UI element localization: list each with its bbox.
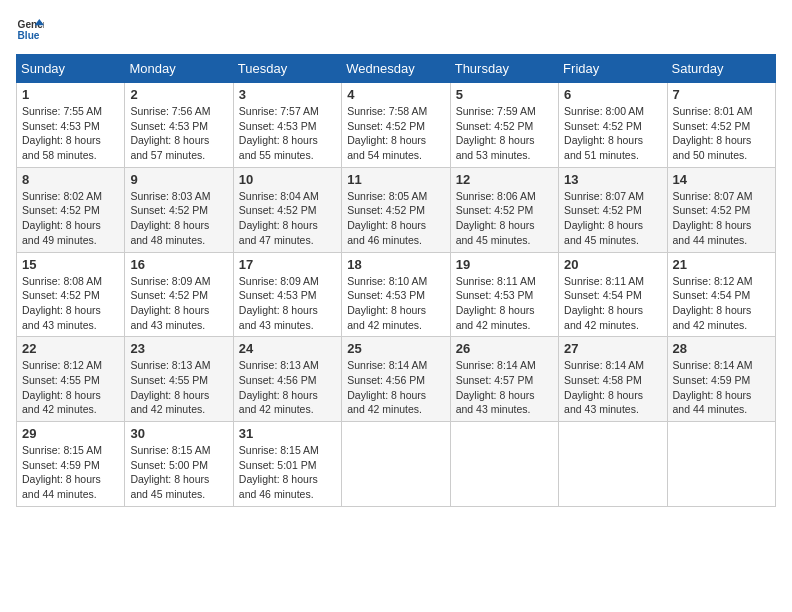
daylight-label: Daylight: 8 hours and 53 minutes. [456, 134, 535, 161]
sunrise-label: Sunrise: 8:14 AM [347, 359, 427, 371]
sunset-label: Sunset: 4:55 PM [22, 374, 100, 386]
col-header-friday: Friday [559, 55, 667, 83]
calendar-cell: 16 Sunrise: 8:09 AM Sunset: 4:52 PM Dayl… [125, 252, 233, 337]
day-info: Sunrise: 8:13 AM Sunset: 4:56 PM Dayligh… [239, 358, 336, 417]
sunrise-label: Sunrise: 8:12 AM [22, 359, 102, 371]
day-info: Sunrise: 7:59 AM Sunset: 4:52 PM Dayligh… [456, 104, 553, 163]
calendar-cell: 6 Sunrise: 8:00 AM Sunset: 4:52 PM Dayli… [559, 83, 667, 168]
sunset-label: Sunset: 4:53 PM [22, 120, 100, 132]
daylight-label: Daylight: 8 hours and 51 minutes. [564, 134, 643, 161]
sunrise-label: Sunrise: 8:11 AM [564, 275, 644, 287]
day-info: Sunrise: 8:12 AM Sunset: 4:54 PM Dayligh… [673, 274, 770, 333]
calendar-cell [559, 422, 667, 507]
sunset-label: Sunset: 4:59 PM [673, 374, 751, 386]
day-info: Sunrise: 8:11 AM Sunset: 4:54 PM Dayligh… [564, 274, 661, 333]
sunrise-label: Sunrise: 8:01 AM [673, 105, 753, 117]
sunset-label: Sunset: 4:53 PM [130, 120, 208, 132]
sunrise-label: Sunrise: 8:07 AM [564, 190, 644, 202]
col-header-monday: Monday [125, 55, 233, 83]
day-number: 16 [130, 257, 227, 272]
col-header-saturday: Saturday [667, 55, 775, 83]
day-info: Sunrise: 8:11 AM Sunset: 4:53 PM Dayligh… [456, 274, 553, 333]
day-number: 30 [130, 426, 227, 441]
sunrise-label: Sunrise: 8:13 AM [130, 359, 210, 371]
day-number: 7 [673, 87, 770, 102]
sunset-label: Sunset: 4:52 PM [456, 204, 534, 216]
day-number: 20 [564, 257, 661, 272]
daylight-label: Daylight: 8 hours and 42 minutes. [347, 389, 426, 416]
day-info: Sunrise: 8:12 AM Sunset: 4:55 PM Dayligh… [22, 358, 119, 417]
calendar-cell: 24 Sunrise: 8:13 AM Sunset: 4:56 PM Dayl… [233, 337, 341, 422]
daylight-label: Daylight: 8 hours and 42 minutes. [239, 389, 318, 416]
sunrise-label: Sunrise: 8:14 AM [564, 359, 644, 371]
day-info: Sunrise: 7:58 AM Sunset: 4:52 PM Dayligh… [347, 104, 444, 163]
sunrise-label: Sunrise: 8:08 AM [22, 275, 102, 287]
day-number: 17 [239, 257, 336, 272]
sunset-label: Sunset: 4:52 PM [456, 120, 534, 132]
day-info: Sunrise: 8:14 AM Sunset: 4:57 PM Dayligh… [456, 358, 553, 417]
day-info: Sunrise: 8:15 AM Sunset: 5:00 PM Dayligh… [130, 443, 227, 502]
sunrise-label: Sunrise: 8:00 AM [564, 105, 644, 117]
calendar-cell: 31 Sunrise: 8:15 AM Sunset: 5:01 PM Dayl… [233, 422, 341, 507]
calendar-cell: 15 Sunrise: 8:08 AM Sunset: 4:52 PM Dayl… [17, 252, 125, 337]
daylight-label: Daylight: 8 hours and 42 minutes. [564, 304, 643, 331]
day-info: Sunrise: 8:00 AM Sunset: 4:52 PM Dayligh… [564, 104, 661, 163]
sunrise-label: Sunrise: 7:58 AM [347, 105, 427, 117]
day-number: 4 [347, 87, 444, 102]
calendar-cell: 19 Sunrise: 8:11 AM Sunset: 4:53 PM Dayl… [450, 252, 558, 337]
sunset-label: Sunset: 4:52 PM [347, 120, 425, 132]
logo-icon: General Blue [16, 16, 44, 44]
calendar-cell [450, 422, 558, 507]
daylight-label: Daylight: 8 hours and 46 minutes. [239, 473, 318, 500]
sunrise-label: Sunrise: 8:15 AM [22, 444, 102, 456]
calendar-cell: 18 Sunrise: 8:10 AM Sunset: 4:53 PM Dayl… [342, 252, 450, 337]
sunset-label: Sunset: 4:56 PM [239, 374, 317, 386]
daylight-label: Daylight: 8 hours and 55 minutes. [239, 134, 318, 161]
calendar-cell: 1 Sunrise: 7:55 AM Sunset: 4:53 PM Dayli… [17, 83, 125, 168]
sunrise-label: Sunrise: 8:14 AM [673, 359, 753, 371]
day-number: 1 [22, 87, 119, 102]
calendar-cell: 5 Sunrise: 7:59 AM Sunset: 4:52 PM Dayli… [450, 83, 558, 168]
col-header-wednesday: Wednesday [342, 55, 450, 83]
day-number: 24 [239, 341, 336, 356]
day-info: Sunrise: 8:01 AM Sunset: 4:52 PM Dayligh… [673, 104, 770, 163]
day-number: 21 [673, 257, 770, 272]
calendar-cell: 11 Sunrise: 8:05 AM Sunset: 4:52 PM Dayl… [342, 167, 450, 252]
calendar-week-row: 1 Sunrise: 7:55 AM Sunset: 4:53 PM Dayli… [17, 83, 776, 168]
calendar-cell: 27 Sunrise: 8:14 AM Sunset: 4:58 PM Dayl… [559, 337, 667, 422]
sunrise-label: Sunrise: 8:04 AM [239, 190, 319, 202]
sunrise-label: Sunrise: 8:15 AM [239, 444, 319, 456]
day-number: 18 [347, 257, 444, 272]
day-info: Sunrise: 8:03 AM Sunset: 4:52 PM Dayligh… [130, 189, 227, 248]
sunset-label: Sunset: 4:55 PM [130, 374, 208, 386]
day-info: Sunrise: 8:15 AM Sunset: 4:59 PM Dayligh… [22, 443, 119, 502]
calendar-cell: 28 Sunrise: 8:14 AM Sunset: 4:59 PM Dayl… [667, 337, 775, 422]
calendar-cell: 8 Sunrise: 8:02 AM Sunset: 4:52 PM Dayli… [17, 167, 125, 252]
sunrise-label: Sunrise: 8:14 AM [456, 359, 536, 371]
day-number: 2 [130, 87, 227, 102]
day-info: Sunrise: 8:13 AM Sunset: 4:55 PM Dayligh… [130, 358, 227, 417]
day-number: 6 [564, 87, 661, 102]
daylight-label: Daylight: 8 hours and 49 minutes. [22, 219, 101, 246]
daylight-label: Daylight: 8 hours and 58 minutes. [22, 134, 101, 161]
sunrise-label: Sunrise: 8:12 AM [673, 275, 753, 287]
day-number: 25 [347, 341, 444, 356]
daylight-label: Daylight: 8 hours and 43 minutes. [456, 389, 535, 416]
sunset-label: Sunset: 4:52 PM [347, 204, 425, 216]
day-info: Sunrise: 8:14 AM Sunset: 4:59 PM Dayligh… [673, 358, 770, 417]
calendar-cell: 29 Sunrise: 8:15 AM Sunset: 4:59 PM Dayl… [17, 422, 125, 507]
day-info: Sunrise: 7:55 AM Sunset: 4:53 PM Dayligh… [22, 104, 119, 163]
day-info: Sunrise: 7:56 AM Sunset: 4:53 PM Dayligh… [130, 104, 227, 163]
day-number: 3 [239, 87, 336, 102]
day-number: 15 [22, 257, 119, 272]
calendar-cell: 2 Sunrise: 7:56 AM Sunset: 4:53 PM Dayli… [125, 83, 233, 168]
calendar-cell: 9 Sunrise: 8:03 AM Sunset: 4:52 PM Dayli… [125, 167, 233, 252]
calendar-cell: 7 Sunrise: 8:01 AM Sunset: 4:52 PM Dayli… [667, 83, 775, 168]
sunset-label: Sunset: 4:54 PM [673, 289, 751, 301]
sunrise-label: Sunrise: 8:07 AM [673, 190, 753, 202]
day-info: Sunrise: 8:15 AM Sunset: 5:01 PM Dayligh… [239, 443, 336, 502]
daylight-label: Daylight: 8 hours and 46 minutes. [347, 219, 426, 246]
svg-text:Blue: Blue [18, 30, 40, 41]
sunrise-label: Sunrise: 8:11 AM [456, 275, 536, 287]
sunset-label: Sunset: 4:53 PM [347, 289, 425, 301]
